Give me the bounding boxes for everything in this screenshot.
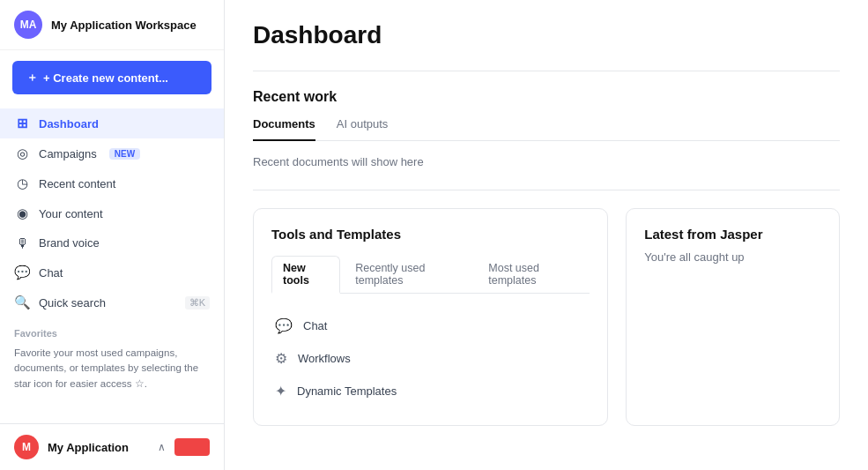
recent-content-icon: ◷ xyxy=(14,175,30,191)
sidebar-item-label: Recent content xyxy=(39,177,115,190)
tools-subtabs: New tools Recently used templates Most u… xyxy=(271,256,590,294)
sidebar-item-label: Brand voice xyxy=(39,236,100,250)
jasper-caught-up: You're all caught up xyxy=(644,250,821,264)
plus-icon: ＋ xyxy=(26,70,38,86)
sidebar: MA My Application Workspace ＋ + Create n… xyxy=(0,0,225,470)
tools-card-title: Tools and Templates xyxy=(271,227,590,242)
create-button[interactable]: ＋ + Create new content... xyxy=(12,61,211,94)
tool-label: Chat xyxy=(303,319,327,332)
tool-label: Workflows xyxy=(298,352,351,365)
sidebar-footer[interactable]: M My Application ∧ xyxy=(0,423,224,470)
footer-avatar: M xyxy=(14,435,39,459)
chat-icon: 💬 xyxy=(14,265,30,280)
sidebar-item-quick-search[interactable]: 🔍 Quick search ⌘K xyxy=(0,287,224,317)
sidebar-item-brand-voice[interactable]: 🎙 Brand voice xyxy=(0,228,224,257)
empty-documents-message: Recent documents will show here xyxy=(253,155,840,168)
tool-label: Dynamic Templates xyxy=(297,384,397,398)
chevron-up-icon: ∧ xyxy=(158,441,166,453)
workflows-icon: ⚙ xyxy=(275,350,287,367)
main-content: Dashboard Recent work Documents AI outpu… xyxy=(225,0,868,470)
sidebar-item-label: Dashboard xyxy=(39,117,99,131)
sidebar-item-chat[interactable]: 💬 Chat xyxy=(0,257,224,287)
footer-app-name: My Application xyxy=(48,441,149,454)
page-title: Dashboard xyxy=(253,21,840,49)
sidebar-item-dashboard[interactable]: ⊞ Dashboard xyxy=(0,108,224,138)
tab-documents[interactable]: Documents xyxy=(253,117,315,141)
recent-work-section: Recent work Documents AI outputs Recent … xyxy=(253,89,840,168)
sidebar-header[interactable]: MA My Application Workspace xyxy=(0,0,224,50)
workspace-name: My Application Workspace xyxy=(51,19,197,32)
subtab-most-used[interactable]: Most used templates xyxy=(477,256,590,293)
tool-item-chat[interactable]: 💬 Chat xyxy=(271,310,590,342)
tool-item-workflows[interactable]: ⚙ Workflows xyxy=(271,342,590,375)
sidebar-item-campaigns[interactable]: ◎ Campaigns NEW xyxy=(0,138,224,168)
sidebar-item-recent-content[interactable]: ◷ Recent content xyxy=(0,168,224,198)
campaigns-icon: ◎ xyxy=(14,145,30,161)
jasper-card-title: Latest from Jasper xyxy=(644,227,821,242)
favorites-section-label: Favorites xyxy=(0,317,224,342)
dashboard-icon: ⊞ xyxy=(14,116,30,131)
search-icon: 🔍 xyxy=(14,295,30,310)
subtab-new-tools[interactable]: New tools xyxy=(271,256,340,294)
subtab-recently-used[interactable]: Recently used templates xyxy=(344,256,473,293)
chat-tool-icon: 💬 xyxy=(275,317,293,334)
jasper-card: Latest from Jasper You're all caught up xyxy=(626,208,840,426)
section-divider xyxy=(253,190,840,190)
tools-card: Tools and Templates New tools Recently u… xyxy=(253,208,608,426)
sidebar-item-label: Your content xyxy=(39,207,103,220)
new-badge: NEW xyxy=(109,148,140,160)
footer-red-button[interactable] xyxy=(174,438,210,456)
recent-work-tabs: Documents AI outputs xyxy=(253,117,840,141)
sidebar-item-your-content[interactable]: ◉ Your content xyxy=(0,198,224,228)
sidebar-item-label: Chat xyxy=(39,266,63,280)
brand-voice-icon: 🎙 xyxy=(14,235,30,250)
tab-ai-outputs[interactable]: AI outputs xyxy=(337,117,389,141)
favorites-description: Favorite your most used campaigns, docum… xyxy=(0,342,224,399)
your-content-icon: ◉ xyxy=(14,205,30,221)
dynamic-templates-icon: ✦ xyxy=(275,383,286,399)
cards-row: Tools and Templates New tools Recently u… xyxy=(253,208,840,426)
sidebar-item-label: Quick search xyxy=(39,296,106,310)
recent-work-title: Recent work xyxy=(253,89,840,105)
sidebar-nav: ⊞ Dashboard ◎ Campaigns NEW ◷ Recent con… xyxy=(0,105,224,423)
title-divider xyxy=(253,71,840,71)
create-button-label: + Create new content... xyxy=(43,71,168,85)
shortcut-badge: ⌘K xyxy=(185,296,210,310)
sidebar-item-label: Campaigns xyxy=(39,147,97,160)
workspace-avatar: MA xyxy=(14,11,42,39)
tool-item-dynamic-templates[interactable]: ✦ Dynamic Templates xyxy=(271,375,590,407)
